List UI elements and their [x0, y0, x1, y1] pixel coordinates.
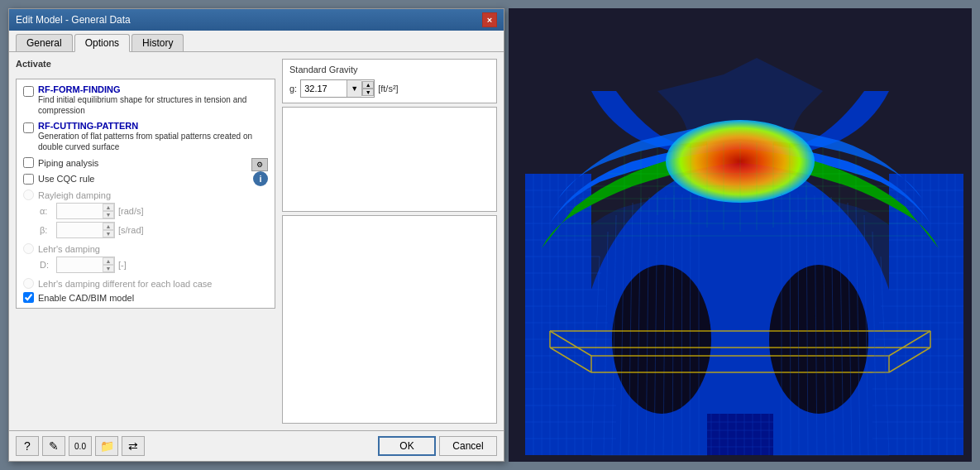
gravity-row: g: ▼ ▲ ▼ [ft/s²]	[289, 79, 490, 98]
rf-cutting-desc: Generation of flat patterns from spatial…	[38, 131, 268, 152]
beta-down[interactable]: ▼	[103, 230, 114, 237]
lehrs-load-label: Lehr's damping different for each load c…	[38, 279, 212, 289]
enable-cad-checkbox[interactable]	[23, 292, 34, 303]
beta-input[interactable]	[57, 223, 103, 237]
gravity-title: Standard Gravity	[289, 65, 490, 74]
export-button[interactable]: ⇄	[122, 436, 145, 456]
help-button[interactable]: ?	[16, 436, 39, 456]
d-row: D: ▲ ▼ [-]	[40, 257, 268, 273]
enable-cad-row: Enable CAD/BIM model	[23, 292, 268, 303]
gravity-input[interactable]	[301, 80, 347, 97]
close-button[interactable]: ×	[482, 12, 497, 27]
d-label: D:	[40, 260, 56, 270]
gravity-group: Standard Gravity g: ▼ ▲ ▼ [ft/s²]	[282, 59, 497, 103]
alpha-up[interactable]: ▲	[103, 204, 114, 211]
activate-group: RF-FORM-FINDING Find initial equilibrium…	[16, 79, 275, 309]
rf-form-finding-desc: Find initial equilibrium shape for struc…	[38, 94, 268, 116]
right-panel: Standard Gravity g: ▼ ▲ ▼ [ft/s²]	[282, 59, 497, 424]
beta-up[interactable]: ▲	[103, 223, 114, 230]
svg-point-50	[612, 265, 711, 414]
beta-row: β: ▲ ▼ [s/rad]	[40, 222, 268, 238]
dialog-body: Activate RF-FORM-FINDING Find initial eq…	[9, 52, 504, 430]
enable-cad-label: Enable CAD/BIM model	[38, 293, 134, 303]
gravity-up[interactable]: ▲	[362, 81, 374, 89]
gravity-down[interactable]: ▼	[362, 89, 374, 96]
info-icon[interactable]: i	[253, 171, 268, 186]
activate-title: Activate	[16, 59, 275, 69]
gravity-dropdown[interactable]: ▼	[347, 80, 361, 97]
rayleigh-group: Rayleigh damping α: ▲ ▼ [rad/	[23, 189, 268, 238]
rayleigh-label: Rayleigh damping	[38, 190, 111, 200]
piping-icon[interactable]: ⚙	[251, 158, 268, 171]
3d-model-svg	[509, 8, 972, 462]
d-down[interactable]: ▼	[103, 265, 114, 272]
left-panel: Activate RF-FORM-FINDING Find initial eq…	[16, 59, 275, 424]
dialog-titlebar: Edit Model - General Data ×	[9, 9, 504, 31]
cqc-label: Use CQC rule	[38, 174, 94, 184]
empty-box-2	[282, 215, 497, 424]
gravity-g-label: g:	[289, 84, 297, 94]
edit-model-dialog: Edit Model - General Data × General Opti…	[8, 8, 504, 462]
rf-form-finding-label: RF-FORM-FINDING	[38, 84, 268, 94]
rf-cutting-checkbox[interactable]	[23, 122, 34, 133]
folder-button[interactable]: 📁	[95, 436, 118, 456]
svg-rect-135	[707, 414, 773, 455]
piping-row: Piping analysis ⚙	[23, 157, 268, 171]
tab-options[interactable]: Options	[74, 34, 130, 52]
empty-box-1	[282, 107, 497, 212]
lehrs-load-radio[interactable]	[23, 278, 34, 289]
rf-form-finding-item: RF-FORM-FINDING Find initial equilibrium…	[23, 84, 268, 116]
tab-bar: General Options History	[9, 31, 504, 52]
cqc-row: Use CQC rule i	[23, 171, 268, 186]
alpha-label: α:	[40, 206, 56, 216]
rf-form-finding-checkbox[interactable]	[23, 86, 34, 97]
piping-checkbox[interactable]	[23, 157, 34, 168]
piping-label: Piping analysis	[38, 158, 98, 168]
d-up[interactable]: ▲	[103, 257, 114, 265]
dialog-footer: ? ✎ 0.0 📁 ⇄ OK Cancel	[9, 430, 504, 461]
tab-history[interactable]: History	[131, 34, 184, 51]
alpha-down[interactable]: ▼	[103, 211, 114, 218]
alpha-input[interactable]	[57, 204, 103, 218]
edit-button[interactable]: ✎	[42, 436, 65, 456]
beta-unit: [s/rad]	[118, 225, 144, 235]
lehrs-load-radio-item: Lehr's damping different for each load c…	[23, 278, 268, 289]
rf-cutting-item: RF-CUTTING-PATTERN Generation of flat pa…	[23, 121, 268, 152]
lehrs-radio[interactable]	[23, 243, 34, 254]
lehrs-radio-item: Lehr's damping	[23, 243, 268, 254]
gravity-unit: [ft/s²]	[378, 84, 398, 94]
svg-point-51	[769, 265, 868, 414]
3d-view	[509, 8, 972, 462]
alpha-unit: [rad/s]	[118, 206, 144, 216]
cancel-button[interactable]: Cancel	[439, 436, 497, 456]
lehrs-label: Lehr's damping	[38, 244, 100, 254]
d-unit: [-]	[118, 260, 127, 270]
alpha-row: α: ▲ ▼ [rad/s]	[40, 203, 268, 219]
tab-general[interactable]: General	[16, 34, 73, 51]
number-button[interactable]: 0.0	[69, 436, 92, 456]
beta-label: β:	[40, 225, 56, 235]
rayleigh-radio[interactable]	[23, 189, 34, 200]
svg-rect-25	[889, 174, 963, 455]
cqc-checkbox[interactable]	[23, 174, 34, 185]
dialog-title: Edit Model - General Data	[16, 14, 131, 26]
ok-button[interactable]: OK	[378, 436, 436, 456]
rf-cutting-label: RF-CUTTING-PATTERN	[38, 121, 268, 131]
rayleigh-radio-item: Rayleigh damping	[23, 189, 268, 200]
d-input[interactable]	[57, 257, 103, 272]
